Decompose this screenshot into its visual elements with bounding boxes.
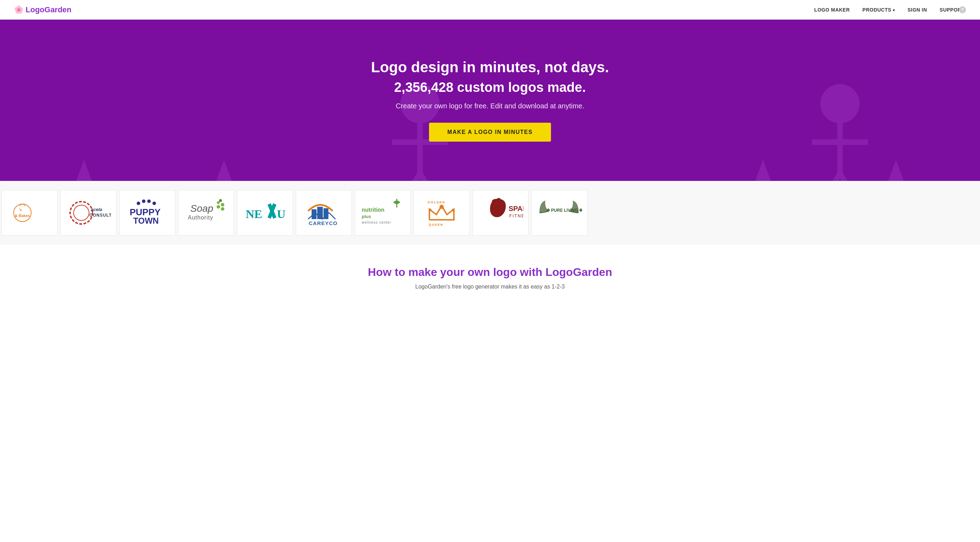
svg-point-42 [221,207,224,211]
nav-logo-maker[interactable]: LOGO MAKER [814,7,850,13]
hero-title: Logo design in minutes, not days. [371,59,609,76]
how-description: LogoGarden's free logo generator makes i… [14,284,966,290]
logo-carousel-inner: 's & Bakes acela CONSULT [0,188,980,238]
svg-text:acela: acela [91,207,102,212]
svg-point-43 [217,201,220,204]
svg-point-57 [429,209,431,211]
how-section: How to make your own logo with LogoGarde… [0,245,980,300]
brand-logo[interactable]: 🌸 LogoGarden [14,5,72,14]
svg-point-35 [147,199,151,203]
logo-card-carey[interactable]: CAREYCO [296,190,352,236]
logo-nutrition: nutrition plus wellness center [360,197,406,229]
svg-point-41 [221,203,224,207]
svg-text:NE: NE [246,207,262,220]
logo-card-nutrition[interactable]: nutrition plus wellness center [355,190,411,236]
svg-text:CAREYCO: CAREYCO [309,220,337,226]
svg-marker-4 [196,159,252,181]
navbar: 🌸 LogoGarden LOGO MAKER PRODUCTS SIGN IN… [0,0,980,20]
hero-description: Create your own logo for free. Edit and … [371,102,609,110]
logo-card-acela[interactable]: acela CONSULT [60,190,116,236]
svg-point-44 [219,199,222,202]
svg-text:plus: plus [362,214,371,219]
svg-point-26 [14,204,31,222]
svg-text:✤ PURE LIVING ✤: ✤ PURE LIVING ✤ [546,208,582,213]
svg-marker-14 [735,159,791,181]
svg-text:'s: 's [19,208,22,212]
svg-point-34 [142,199,145,203]
svg-line-24 [819,174,840,181]
svg-text:nutrition: nutrition [362,207,385,213]
logo-soap: Soap Authority [185,197,227,229]
logo-card-puppy[interactable]: PUPPY TOWN [119,190,175,236]
logo-golden: GOLDEN QUEEN [419,197,465,229]
logo-nexus: NE US [244,197,286,229]
svg-marker-1 [56,159,112,181]
svg-text:US: US [277,207,286,220]
nav-links: LOGO MAKER PRODUCTS SIGN IN SUPPORT ? [814,6,966,13]
logo-pure: ✤ PURE LIVING ✤ [537,197,582,229]
hero-section: Logo design in minutes, not days. 2,356,… [0,20,980,181]
logo-card-nexus[interactable]: NE US [237,190,293,236]
logo-carey: CAREYCO [301,197,347,229]
logo-card-spartan[interactable]: SPARTAN FITNESS [473,190,528,236]
nav-sign-in[interactable]: SIGN IN [907,7,927,13]
svg-text:Soap: Soap [190,203,213,214]
logo-card-pure[interactable]: ✤ PURE LIVING ✤ [531,190,587,236]
logo-card-golden[interactable]: GOLDEN QUEEN [414,190,470,236]
svg-text:Authority: Authority [188,215,213,220]
svg-text:FITNESS: FITNESS [509,214,523,218]
how-title: How to make your own logo with LogoGarde… [14,266,966,279]
svg-point-56 [439,205,444,209]
svg-text:CONSULT: CONSULT [89,213,111,218]
svg-text:TOWN: TOWN [133,216,159,225]
logo-acela: acela CONSULT [65,197,111,229]
svg-line-11 [399,174,420,181]
nav-products[interactable]: PRODUCTS [862,7,895,13]
cta-button[interactable]: MAKE A LOGO IN MINUTES [429,123,550,142]
svg-line-12 [420,174,441,181]
logo-puppy: PUPPY TOWN [126,197,168,229]
hero-content: Logo design in minutes, not days. 2,356,… [371,59,609,142]
logo-carousel: 's & Bakes acela CONSULT [0,181,980,245]
svg-point-58 [452,209,455,211]
logo-card-bakes[interactable]: 's & Bakes [2,190,57,236]
svg-point-36 [153,202,156,205]
logo-card-soap[interactable]: Soap Authority [178,190,234,236]
svg-text:& Bakes: & Bakes [15,214,30,218]
brand-name: LogoGarden [25,5,72,14]
svg-point-21 [821,84,860,123]
logo-bakes: 's & Bakes [12,199,47,227]
svg-text:GOLDEN: GOLDEN [428,201,445,204]
hero-subtitle: 2,356,428 custom logos made. [371,80,609,95]
svg-text:wellness center: wellness center [361,220,391,224]
svg-point-40 [216,205,220,209]
logo-spartan: SPARTAN FITNESS [478,197,523,229]
svg-point-33 [137,202,140,205]
logo-flower-icon: 🌸 [14,5,24,14]
svg-text:QUEEN: QUEEN [429,223,443,226]
support-help-icon[interactable]: ? [959,6,966,13]
svg-text:SPARTAN: SPARTAN [509,205,523,212]
svg-line-25 [840,174,861,181]
svg-point-30 [73,205,89,220]
svg-marker-17 [868,159,924,181]
